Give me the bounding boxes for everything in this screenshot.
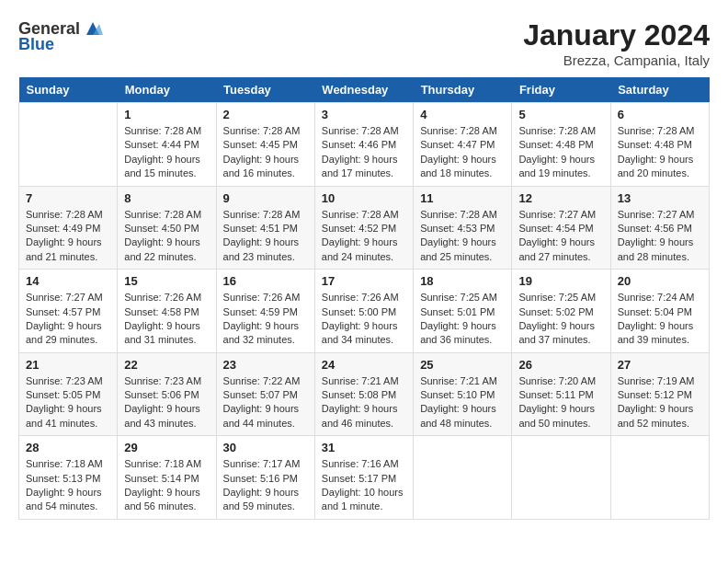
calendar-cell: 3Sunrise: 7:28 AMSunset: 4:46 PMDaylight… xyxy=(314,103,413,187)
day-info: Sunrise: 7:18 AMSunset: 5:14 PMDaylight:… xyxy=(124,457,209,514)
weekday-header-row: SundayMondayTuesdayWednesdayThursdayFrid… xyxy=(19,77,710,103)
day-info: Sunrise: 7:26 AMSunset: 4:59 PMDaylight:… xyxy=(223,291,308,348)
month-year-title: January 2024 xyxy=(523,18,710,52)
day-info: Sunrise: 7:21 AMSunset: 5:10 PMDaylight:… xyxy=(420,374,505,431)
calendar-week-row: 1Sunrise: 7:28 AMSunset: 4:44 PMDaylight… xyxy=(19,103,710,187)
day-number: 21 xyxy=(26,358,110,372)
calendar-week-row: 21Sunrise: 7:23 AMSunset: 5:05 PMDayligh… xyxy=(19,352,710,436)
day-info: Sunrise: 7:22 AMSunset: 5:07 PMDaylight:… xyxy=(223,374,308,431)
day-info: Sunrise: 7:19 AMSunset: 5:12 PMDaylight:… xyxy=(618,374,702,431)
day-number: 26 xyxy=(518,358,603,372)
day-info: Sunrise: 7:16 AMSunset: 5:17 PMDaylight:… xyxy=(322,457,406,514)
day-info: Sunrise: 7:28 AMSunset: 4:45 PMDaylight:… xyxy=(223,124,308,181)
day-info: Sunrise: 7:28 AMSunset: 4:46 PMDaylight:… xyxy=(322,124,406,181)
calendar-table: SundayMondayTuesdayWednesdayThursdayFrid… xyxy=(18,77,710,520)
calendar-cell: 17Sunrise: 7:26 AMSunset: 5:00 PMDayligh… xyxy=(314,270,413,353)
weekday-header-cell: Sunday xyxy=(19,77,118,103)
weekday-header-cell: Friday xyxy=(512,77,610,103)
calendar-cell: 28Sunrise: 7:18 AMSunset: 5:13 PMDayligh… xyxy=(19,436,118,520)
calendar-cell: 23Sunrise: 7:22 AMSunset: 5:07 PMDayligh… xyxy=(216,352,314,436)
calendar-cell: 27Sunrise: 7:19 AMSunset: 5:12 PMDayligh… xyxy=(610,352,709,436)
calendar-cell: 29Sunrise: 7:18 AMSunset: 5:14 PMDayligh… xyxy=(118,436,216,520)
calendar-cell xyxy=(19,103,118,187)
calendar-cell: 5Sunrise: 7:28 AMSunset: 4:48 PMDaylight… xyxy=(512,103,610,187)
calendar-cell: 21Sunrise: 7:23 AMSunset: 5:05 PMDayligh… xyxy=(19,352,118,436)
day-number: 23 xyxy=(223,358,308,372)
day-info: Sunrise: 7:28 AMSunset: 4:48 PMDaylight:… xyxy=(518,124,603,181)
day-number: 30 xyxy=(223,441,308,454)
weekday-header-cell: Thursday xyxy=(414,77,512,103)
day-info: Sunrise: 7:17 AMSunset: 5:16 PMDaylight:… xyxy=(223,457,308,514)
day-number: 9 xyxy=(223,191,308,205)
calendar-body: 1Sunrise: 7:28 AMSunset: 4:44 PMDaylight… xyxy=(19,103,710,520)
day-number: 6 xyxy=(618,108,702,121)
calendar-cell: 8Sunrise: 7:28 AMSunset: 4:50 PMDaylight… xyxy=(118,186,216,270)
day-number: 22 xyxy=(124,358,209,372)
page-header: General Blue January 2024 Brezza, Campan… xyxy=(18,18,710,68)
calendar-cell: 18Sunrise: 7:25 AMSunset: 5:01 PMDayligh… xyxy=(414,270,512,353)
day-info: Sunrise: 7:25 AMSunset: 5:02 PMDaylight:… xyxy=(518,291,603,348)
calendar-cell: 22Sunrise: 7:23 AMSunset: 5:06 PMDayligh… xyxy=(118,352,216,436)
day-number: 8 xyxy=(124,191,209,205)
day-number: 4 xyxy=(420,108,505,121)
calendar-cell: 15Sunrise: 7:26 AMSunset: 4:58 PMDayligh… xyxy=(118,270,216,353)
calendar-week-row: 28Sunrise: 7:18 AMSunset: 5:13 PMDayligh… xyxy=(19,436,710,520)
day-info: Sunrise: 7:27 AMSunset: 4:57 PMDaylight:… xyxy=(26,291,110,348)
day-info: Sunrise: 7:21 AMSunset: 5:08 PMDaylight:… xyxy=(322,374,406,431)
calendar-cell: 12Sunrise: 7:27 AMSunset: 4:54 PMDayligh… xyxy=(512,186,610,270)
calendar-cell: 25Sunrise: 7:21 AMSunset: 5:10 PMDayligh… xyxy=(414,352,512,436)
calendar-cell: 10Sunrise: 7:28 AMSunset: 4:52 PMDayligh… xyxy=(314,186,413,270)
calendar-cell xyxy=(414,436,512,520)
day-number: 13 xyxy=(618,191,702,205)
day-number: 15 xyxy=(124,274,209,288)
calendar-cell: 2Sunrise: 7:28 AMSunset: 4:45 PMDaylight… xyxy=(216,103,314,187)
day-number: 16 xyxy=(223,274,308,288)
day-number: 1 xyxy=(124,108,209,121)
day-number: 25 xyxy=(420,358,505,372)
calendar-cell: 13Sunrise: 7:27 AMSunset: 4:56 PMDayligh… xyxy=(610,186,709,270)
calendar-cell xyxy=(512,436,610,520)
calendar-cell: 16Sunrise: 7:26 AMSunset: 4:59 PMDayligh… xyxy=(216,270,314,353)
weekday-header-cell: Saturday xyxy=(610,77,709,103)
calendar-cell: 20Sunrise: 7:24 AMSunset: 5:04 PMDayligh… xyxy=(610,270,709,353)
calendar-cell: 1Sunrise: 7:28 AMSunset: 4:44 PMDaylight… xyxy=(118,103,216,187)
day-number: 12 xyxy=(518,191,603,205)
day-info: Sunrise: 7:26 AMSunset: 4:58 PMDaylight:… xyxy=(124,291,209,348)
day-number: 31 xyxy=(322,441,406,454)
day-number: 20 xyxy=(618,274,702,288)
day-info: Sunrise: 7:28 AMSunset: 4:49 PMDaylight:… xyxy=(26,208,110,265)
weekday-header-cell: Tuesday xyxy=(216,77,314,103)
day-info: Sunrise: 7:28 AMSunset: 4:52 PMDaylight:… xyxy=(322,208,406,265)
day-number: 14 xyxy=(26,274,110,288)
calendar-cell: 7Sunrise: 7:28 AMSunset: 4:49 PMDaylight… xyxy=(19,186,118,270)
logo-blue-text: Blue xyxy=(18,35,54,54)
calendar-cell: 19Sunrise: 7:25 AMSunset: 5:02 PMDayligh… xyxy=(512,270,610,353)
day-info: Sunrise: 7:23 AMSunset: 5:06 PMDaylight:… xyxy=(124,374,209,431)
day-number: 29 xyxy=(124,441,209,454)
day-info: Sunrise: 7:26 AMSunset: 5:00 PMDaylight:… xyxy=(322,291,406,348)
day-number: 10 xyxy=(322,191,406,205)
day-number: 18 xyxy=(420,274,505,288)
calendar-week-row: 14Sunrise: 7:27 AMSunset: 4:57 PMDayligh… xyxy=(19,270,710,353)
day-info: Sunrise: 7:18 AMSunset: 5:13 PMDaylight:… xyxy=(26,457,110,514)
day-number: 2 xyxy=(223,108,308,121)
calendar-cell: 24Sunrise: 7:21 AMSunset: 5:08 PMDayligh… xyxy=(314,352,413,436)
location-subtitle: Brezza, Campania, Italy xyxy=(523,52,710,68)
day-info: Sunrise: 7:28 AMSunset: 4:51 PMDaylight:… xyxy=(223,208,308,265)
day-info: Sunrise: 7:27 AMSunset: 4:54 PMDaylight:… xyxy=(518,208,603,265)
logo-icon xyxy=(83,18,103,39)
calendar-week-row: 7Sunrise: 7:28 AMSunset: 4:49 PMDaylight… xyxy=(19,186,710,270)
logo: General Blue xyxy=(18,18,103,54)
day-number: 5 xyxy=(518,108,603,121)
day-info: Sunrise: 7:28 AMSunset: 4:53 PMDaylight:… xyxy=(420,208,505,265)
day-number: 7 xyxy=(26,191,110,205)
calendar-cell: 26Sunrise: 7:20 AMSunset: 5:11 PMDayligh… xyxy=(512,352,610,436)
day-number: 17 xyxy=(322,274,406,288)
calendar-cell: 31Sunrise: 7:16 AMSunset: 5:17 PMDayligh… xyxy=(314,436,413,520)
weekday-header-cell: Monday xyxy=(118,77,216,103)
day-info: Sunrise: 7:28 AMSunset: 4:48 PMDaylight:… xyxy=(618,124,702,181)
day-info: Sunrise: 7:24 AMSunset: 5:04 PMDaylight:… xyxy=(618,291,702,348)
day-info: Sunrise: 7:28 AMSunset: 4:50 PMDaylight:… xyxy=(124,208,209,265)
calendar-cell: 14Sunrise: 7:27 AMSunset: 4:57 PMDayligh… xyxy=(19,270,118,353)
calendar-cell: 11Sunrise: 7:28 AMSunset: 4:53 PMDayligh… xyxy=(414,186,512,270)
